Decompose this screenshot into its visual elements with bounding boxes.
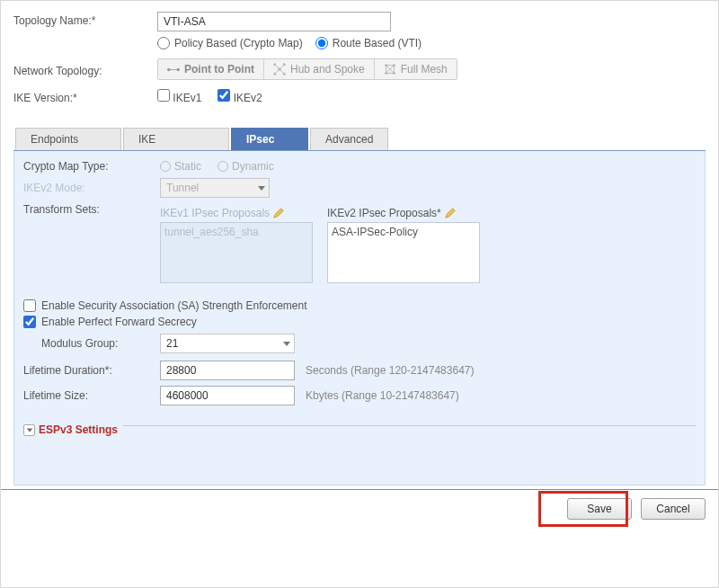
ikev2-proposals-list[interactable]: ASA-IPSec-Policy <box>327 222 480 283</box>
tab-ipsec[interactable]: IPsec <box>231 128 308 150</box>
ikev1-checkbox-label[interactable]: IKEv1 <box>157 89 201 104</box>
svg-point-2 <box>177 67 181 71</box>
ipsec-panel: Crypto Map Type: Static Dynamic IKEv2 Mo… <box>13 151 706 486</box>
espv3-settings-header[interactable]: ESPv3 Settings <box>23 423 118 436</box>
hub-icon <box>273 63 286 76</box>
seg-full-mesh[interactable]: Full Mesh <box>375 59 457 79</box>
route-based-radio-label[interactable]: Route Based (VTI) <box>315 37 422 49</box>
lifetime-duration-label: Lifetime Duration*: <box>23 364 160 377</box>
tab-advanced[interactable]: Advanced <box>310 128 388 150</box>
vpn-topology-editor: Topology Name:* Policy Based (Crypto Map… <box>1 1 718 489</box>
tab-ike[interactable]: IKE <box>123 128 229 150</box>
pfs-checkbox[interactable] <box>23 316 36 328</box>
pencil-icon[interactable] <box>444 207 457 219</box>
tab-endpoints[interactable]: Endpoints <box>15 128 121 150</box>
svg-line-8 <box>275 65 280 69</box>
lifetime-duration-input[interactable] <box>160 361 295 380</box>
modulus-group-label: Modulus Group: <box>41 337 160 350</box>
lifetime-duration-help: Seconds (Range 120-2147483647) <box>306 364 474 377</box>
sa-strength-label: Enable Security Association (SA) Strengt… <box>41 299 306 312</box>
svg-line-10 <box>275 69 280 74</box>
policy-based-radio[interactable] <box>157 37 170 49</box>
network-topology-segmented: Point to Point Hub and Spoke Full Mesh <box>157 58 457 80</box>
dialog-footer: Save Cancel <box>1 489 718 527</box>
modulus-group-select[interactable]: 21 <box>160 334 295 353</box>
route-based-text: Route Based (VTI) <box>333 37 422 49</box>
chevron-down-icon <box>283 342 290 346</box>
pfs-label: Enable Perfect Forward Secrecy <box>41 316 197 328</box>
sa-strength-checkbox[interactable] <box>23 299 36 312</box>
svg-point-1 <box>167 67 171 71</box>
disclosure-icon[interactable] <box>23 424 35 436</box>
topology-name-label: Topology Name:* <box>13 12 157 27</box>
svg-line-9 <box>280 65 284 69</box>
ikev2-checkbox[interactable] <box>217 89 230 102</box>
chevron-down-icon <box>258 186 265 191</box>
divider <box>123 425 696 426</box>
transform-sets-label: Transform Sets: <box>23 203 160 216</box>
crypto-map-type-label: Crypto Map Type: <box>23 160 160 173</box>
crypto-map-type-options: Static Dynamic <box>160 160 274 173</box>
route-based-radio[interactable] <box>315 37 328 49</box>
crypto-static-radio: Static <box>160 160 201 173</box>
policy-based-radio-label[interactable]: Policy Based (Crypto Map) <box>157 37 303 49</box>
policy-based-text: Policy Based (Crypto Map) <box>174 37 303 49</box>
ikev1-checkbox[interactable] <box>157 89 170 102</box>
ikev1-proposals-list: tunnel_aes256_sha <box>160 222 313 283</box>
ikev2-proposals-title: IKEv2 IPsec Proposals* <box>327 207 480 219</box>
ikev2-checkbox-label[interactable]: IKEv2 <box>217 89 262 104</box>
lifetime-size-help: Kbytes (Range 10-2147483647) <box>306 389 459 402</box>
cancel-button[interactable]: Cancel <box>641 498 706 520</box>
mesh-icon <box>384 63 396 76</box>
network-topology-label: Network Topology: <box>13 62 157 77</box>
svg-line-11 <box>280 69 284 74</box>
ikev1-proposals-title: IKEv1 IPsec Proposals <box>160 207 313 219</box>
lifetime-size-input[interactable] <box>160 386 295 405</box>
topology-name-input[interactable] <box>157 12 391 31</box>
ipsec-tabstrip: Endpoints IKE IPsec Advanced <box>13 128 706 151</box>
save-button[interactable]: Save <box>567 498 632 520</box>
crypto-dynamic-radio: Dynamic <box>217 160 274 173</box>
seg-hub-and-spoke[interactable]: Hub and Spoke <box>264 59 375 79</box>
ike-version-label: IKE Version:* <box>13 89 157 104</box>
ikev2-mode-label: IKEv2 Mode: <box>23 182 160 194</box>
ptp-icon <box>167 63 180 76</box>
pencil-icon <box>272 207 285 219</box>
ikev2-mode-select: Tunnel <box>160 178 270 198</box>
lifetime-size-label: Lifetime Size: <box>23 389 160 402</box>
seg-point-to-point[interactable]: Point to Point <box>158 59 264 79</box>
